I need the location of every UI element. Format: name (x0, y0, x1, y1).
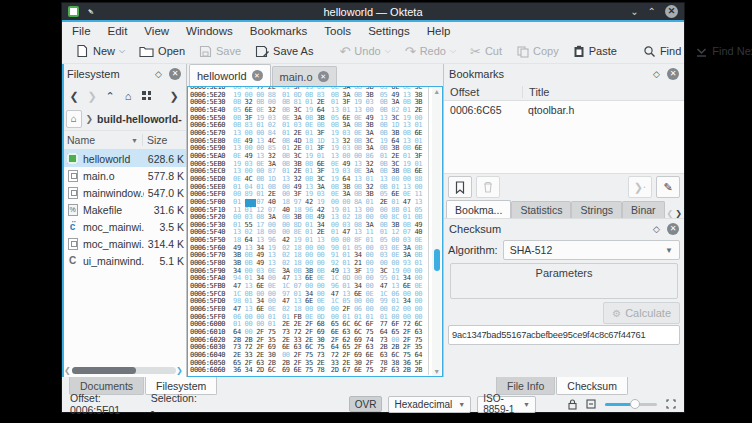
new-button[interactable]: New⌵ (70, 42, 130, 60)
hex-byte[interactable]: 2D (256, 367, 268, 375)
minimize-icon[interactable]: ⌄ (630, 7, 638, 17)
ascii-column[interactable]: ;.I.......!..... (428, 260, 431, 268)
create-bookmark-button[interactable] (448, 176, 472, 198)
close-panel-icon[interactable]: ✕ (169, 68, 181, 80)
close-panel-icon[interactable]: ✕ (667, 223, 679, 235)
column-header-name[interactable]: Name▼ (62, 134, 143, 146)
paste-button[interactable]: Paste (568, 43, 622, 60)
back-button[interactable]: ❮ (66, 90, 82, 103)
hex-byte[interactable]: 6C (268, 367, 280, 375)
hex-byte[interactable]: 2B (403, 367, 415, 375)
up-button[interactable]: ⌃ (102, 90, 118, 103)
ascii-column[interactable]: ++/5.3.0/bits./u (428, 337, 431, 345)
ascii-column[interactable]: ......4.G.n..... (428, 291, 431, 299)
menu-item-view[interactable]: View (144, 25, 169, 37)
hex-byte[interactable]: 34 (245, 367, 257, 375)
scroll-right-icon[interactable]: ❯ (675, 209, 682, 218)
find-button[interactable]: Find (638, 43, 686, 60)
scroll-right-icon[interactable]: ❯ (176, 366, 184, 375)
hex-byte[interactable]: 67 (342, 367, 354, 375)
scrollbar-thumb[interactable] (72, 367, 136, 374)
ascii-column[interactable]: .........:.;.I.8 (428, 92, 431, 100)
ascii-column[interactable]: ..4.G.n.......4. (428, 275, 431, 283)
zoom-slider[interactable] (605, 398, 657, 410)
zoom-fit-icon[interactable] (666, 399, 676, 409)
zoom-out-icon[interactable] (586, 399, 596, 409)
open-button[interactable]: Open (134, 43, 190, 60)
ascii-column[interactable]: .......?...:.;.n (428, 145, 431, 153)
file-row[interactable]: Cui_mainwind...5.1 K (62, 252, 186, 269)
ascii-column[interactable]: ....@..B........ (428, 207, 431, 215)
value-coding-select[interactable]: Hexadecimal▼ (388, 396, 471, 413)
bookmark-row[interactable]: 0006:6C65qtoolbar.h (444, 101, 684, 118)
save-button[interactable]: Save (194, 43, 246, 60)
hex-byte[interactable]: 36 (233, 367, 245, 375)
file-row[interactable]: helloworld628.6 K (62, 150, 186, 167)
file-row[interactable]: main.o577.8 K (62, 167, 186, 184)
zoom-slider-handle[interactable] (630, 399, 640, 409)
scroll-left-icon[interactable]: ❮ (667, 209, 674, 218)
menu-item-help[interactable]: Help (427, 25, 451, 37)
ascii-column[interactable]: .I.2.<.........? (428, 153, 431, 161)
ascii-column[interactable]: I.4...........:. (428, 245, 431, 253)
tool-tab-statistics[interactable]: Statistics (511, 201, 571, 218)
float-panel-icon[interactable]: ◇ (653, 224, 660, 234)
cut-button[interactable]: ✂ Cut (465, 43, 507, 60)
copy-button[interactable]: Copy (511, 43, 564, 60)
ascii-column[interactable]: ...@..B.......G. (428, 199, 431, 207)
hex-byte[interactable]: 2F (380, 367, 392, 375)
algorithm-select[interactable]: SHA-512 ▼ (503, 240, 680, 260)
ascii-column[interactable]: .........G.....@ (428, 229, 431, 237)
scrollbar-thumb[interactable] (434, 249, 440, 271)
ascii-column[interactable]: sr/include/c++/5 (428, 344, 431, 352)
float-panel-icon[interactable]: ◇ (155, 69, 162, 79)
ascii-column[interactable]: .U.....4...:.;.I (428, 222, 431, 230)
ascii-column[interactable]: .2.......?...:.; (428, 99, 431, 107)
document-tab-main.o[interactable]: main.o✕ (272, 66, 337, 86)
ascii-column[interactable]: .n.2.<.d........ (428, 107, 431, 115)
breadcrumb-home-icon[interactable]: ⌂ (66, 110, 82, 128)
hex-byte[interactable]: 63 (391, 367, 403, 375)
hex-byte[interactable]: 78 (317, 367, 329, 375)
filesystem-hscrollbar[interactable]: ❮ ❯ (64, 366, 184, 375)
ascii-column[interactable]: .........:.;.... (428, 122, 431, 130)
hex-byte[interactable]: 2B (414, 367, 426, 375)
titlebar[interactable]: ✒ helloworld — Okteta ⌄ ⌃ ✕ (62, 3, 684, 20)
document-tab-helloworld[interactable]: helloworld✕ (189, 64, 271, 86)
delete-bookmark-button[interactable] (476, 176, 500, 198)
hex-bytes[interactable]: 36342D6C696E75782D676E752F632B2B (233, 367, 426, 375)
save-as-button[interactable]: Save As (250, 43, 318, 60)
tool-tab-bookma[interactable]: Bookma... (446, 200, 511, 218)
hex-editor-view[interactable]: 0006:5E100000772E013F13030E3A0B3B056E0E3… (187, 86, 443, 377)
redo-button[interactable]: ↷ Redo⌵ (400, 43, 461, 60)
lock-icon[interactable] (568, 399, 577, 410)
menu-item-bookmarks[interactable]: Bookmarks (250, 25, 308, 37)
ascii-column[interactable]: .I.L.M...2.<.d.. (428, 138, 431, 146)
close-icon[interactable]: ✕ (665, 5, 678, 18)
column-header-title[interactable]: Title (523, 86, 684, 98)
tool-tab-binar[interactable]: Binar (622, 201, 665, 218)
view-mode-button[interactable] (138, 90, 154, 102)
float-panel-icon[interactable]: ◇ (653, 69, 660, 79)
ascii-column[interactable]: e/c++/5.3.0/x86_ (428, 360, 431, 368)
menu-item-settings[interactable]: Settings (368, 25, 410, 37)
scroll-left-icon[interactable]: ❮ (64, 366, 72, 375)
hex-byte[interactable]: 6E (354, 367, 366, 375)
ascii-column[interactable]: .?...:.;.n.I.<.. (428, 115, 431, 123)
ascii-column[interactable]: ..4.G.n.......4. (428, 298, 431, 306)
menu-item-edit[interactable]: Edit (108, 25, 128, 37)
ascii-column[interactable]: G.n....../...... (428, 306, 431, 314)
tab-close-icon[interactable]: ✕ (318, 71, 329, 82)
scroll-down-icon[interactable]: ▼ (432, 368, 441, 375)
ascii-column[interactable]: .d..B........... (428, 237, 431, 245)
ascii-column[interactable]: .....I.:.;.2.... (428, 184, 431, 192)
hex-byte[interactable]: 75 (305, 367, 317, 375)
ascii-column[interactable]: ...:.;.I........ (428, 214, 431, 222)
hex-byte[interactable]: 6E (293, 367, 305, 375)
ascii-column[interactable]: G.n.......4.G.n. (428, 283, 431, 291)
toolbar-overflow-button[interactable]: ❯ (166, 90, 182, 103)
ascii-column[interactable]: .....?...:.;.n.. (428, 191, 431, 199)
ascii-column[interactable]: d./usr/include/c (428, 329, 431, 337)
file-row[interactable]: mainwindow.o547.0 K (62, 184, 186, 201)
scroll-up-icon[interactable]: ▲ (432, 88, 441, 95)
